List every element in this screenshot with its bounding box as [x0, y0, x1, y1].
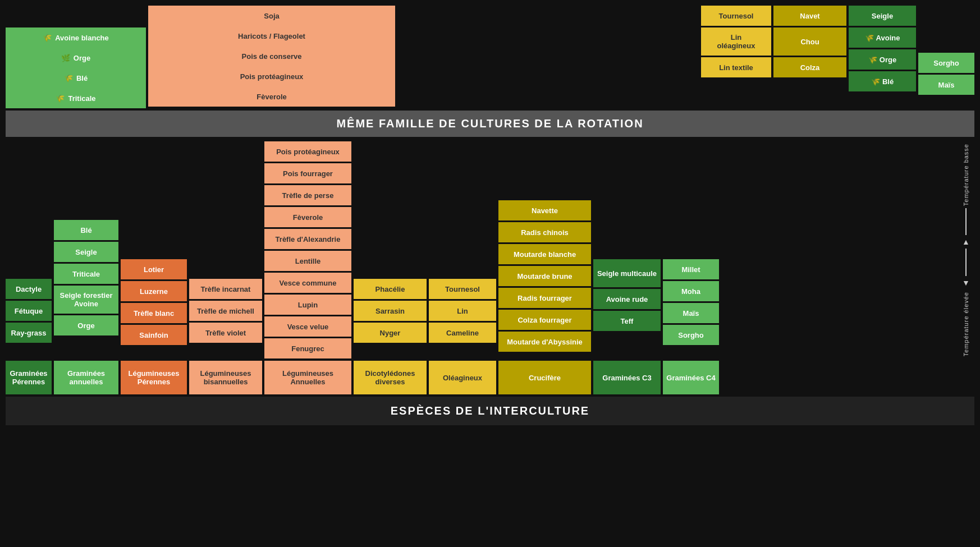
empty2	[6, 161, 52, 179]
avoine-rude: Avoine rude	[593, 289, 661, 309]
temp-line	[965, 208, 967, 235]
moutarde-brune: Moutarde brune	[498, 266, 591, 286]
empty-d4	[354, 200, 427, 218]
col-gram-c4: Millet Moha Maïs Sorgho	[663, 141, 719, 358]
col-gram-c3: Seigle multicaule Avoine rude Teff	[593, 141, 661, 358]
empty-d1	[354, 141, 427, 159]
temp-line2	[965, 249, 967, 275]
empty-lb6	[189, 240, 262, 258]
main-container: 🌾Avoine blanche 🌿Orge 🌾Blé 🌾Triticale So…	[0, 0, 980, 431]
seigle-forestier: Seigle forestier Avoine	[54, 286, 118, 314]
empty7	[6, 259, 52, 277]
mais-top: Maïs	[918, 75, 974, 95]
lin-bot: Lin	[429, 301, 496, 321]
lupin: Lupin	[264, 295, 351, 315]
col-leg-annuelles: Pois protéagineux Pois fourrager Trèfle …	[264, 141, 351, 358]
moutarde-blanche: Moutarde blanche	[498, 244, 591, 264]
navet-top: Navet	[773, 6, 846, 26]
empty-lb4	[189, 200, 262, 218]
lotier: Lotier	[121, 259, 187, 279]
empty-gc4	[593, 200, 661, 218]
colza-fourrager: Colza fourrager	[498, 310, 591, 330]
footer-leg-per: Légumineuses Pérennes	[121, 361, 187, 394]
temp-elevee: Température élevée	[963, 292, 969, 356]
arrow-down: ▼	[962, 278, 970, 287]
empty-c2	[498, 161, 591, 179]
avoine-top: 🌾Avoine	[849, 27, 916, 48]
mais-bot: Maïs	[663, 303, 719, 323]
crop-feverole-top: Fèverole	[148, 86, 395, 107]
radis-fourrager: Radis fourrager	[498, 288, 591, 308]
empty-c42	[663, 161, 719, 179]
empty-o6	[429, 240, 496, 258]
trefle-incarnat: Trèfle incarnat	[189, 279, 262, 299]
empty-o1	[429, 141, 496, 159]
lentille: Lentille	[264, 251, 351, 271]
ble-top-right: 🌾Blé	[849, 71, 916, 91]
footer-leg-ann: Légumineuses Annuelles	[264, 361, 351, 394]
footer-gram-c3: Graminées C3	[593, 361, 661, 394]
col-dicot: Phacélie Sarrasin Nyger	[354, 141, 427, 358]
pois-fourrager: Pois fourrager	[264, 163, 351, 183]
empty-o4	[429, 200, 496, 218]
trefle-violet: Trèfle violet	[189, 323, 262, 343]
empty-lb7	[189, 259, 262, 277]
vesce-commune: Vesce commune	[264, 273, 351, 293]
seigle-bottom: Seigle	[54, 242, 118, 262]
empty-c41	[663, 141, 719, 159]
empty-c46	[663, 240, 719, 258]
empty1	[6, 141, 52, 159]
top-yellow-col: Tournesol Lin oléagineux Lin textile	[701, 6, 771, 108]
empty-gc6	[593, 240, 661, 258]
trefle-alexandrie: Trèfle d'Alexandrie	[264, 229, 351, 249]
footer-gram-ann: Graminées annuelles	[54, 361, 118, 394]
empty-lp3	[121, 181, 187, 199]
footer-leg-bis: Légumineuses bisannuelles	[189, 361, 262, 394]
empty-d7	[354, 259, 427, 277]
top-dark-green-col: Seigle 🌾Avoine 🌾Orge 🌾Blé	[849, 6, 916, 108]
top-section: 🌾Avoine blanche 🌿Orge 🌾Blé 🌾Triticale So…	[6, 6, 974, 108]
chou-top: Chou	[773, 27, 846, 56]
empty-lp5	[121, 220, 187, 238]
crop-ble: 🌾Blé	[6, 68, 146, 88]
temp-arrows: Température basse ▲ ▼ Température élevée	[958, 141, 974, 358]
pois-proteagineux-bot: Pois protéagineux	[264, 141, 351, 162]
crop-triticale: 🌾Triticale	[6, 88, 146, 108]
empty-ga1	[54, 141, 118, 159]
empty-o2	[429, 161, 496, 179]
empty-lb5	[189, 220, 262, 238]
empty-d6	[354, 240, 427, 258]
bottom-section: Dactyle Fétuque Ray-grass Blé Seigle Tri…	[6, 141, 974, 358]
empty-lp2	[121, 161, 187, 179]
top-right-section: Tournesol Lin oléagineux Lin textile Nav…	[701, 6, 974, 108]
sorgho-top: Sorgho	[918, 53, 974, 73]
empty-c45	[663, 220, 719, 238]
empty-gc2	[593, 161, 661, 179]
seigle-top: Seigle	[849, 6, 916, 26]
top-light-empty1	[918, 6, 974, 26]
col-leg-bisannuelles: Trèfle incarnat Trèfle de michell Trèfle…	[189, 141, 262, 358]
footer-oleagineux: Oléagineux	[429, 361, 496, 394]
crop-pois-conserve: Pois de conserve	[148, 46, 395, 66]
navette-bot: Navette	[498, 200, 591, 220]
col-oleagineux: Tournesol Lin Cameline	[429, 141, 496, 358]
col-leg-perennes: Lotier Luzerne Trèfle blanc Sainfoin	[121, 141, 187, 358]
feverole-bot: Fèverole	[264, 207, 351, 227]
sorgho-bot: Sorgho	[663, 325, 719, 345]
colza-top: Colza	[773, 57, 846, 77]
top-olive-col: Navet Chou Colza	[773, 6, 846, 108]
temp-basse: Température basse	[963, 144, 969, 206]
empty-d2	[354, 161, 427, 179]
tournesol-top: Tournesol	[701, 6, 771, 26]
triticale-bottom: Triticale	[54, 264, 118, 284]
lin-textile-top: Lin textile	[701, 57, 771, 77]
footer-dicot: Dicotylédones diverses	[354, 361, 427, 394]
vesce-velue: Vesce velue	[264, 316, 351, 337]
teff: Teff	[593, 311, 661, 331]
empty-d5	[354, 220, 427, 238]
footer-row: Graminées Pérennes Graminées annuelles L…	[6, 361, 974, 394]
lin-oleagineux-top: Lin oléagineux	[701, 27, 771, 56]
top-light-green-col: Sorgho Maïs	[918, 6, 974, 108]
empty-o3	[429, 181, 496, 199]
crop-orge: 🌿Orge	[6, 48, 146, 68]
